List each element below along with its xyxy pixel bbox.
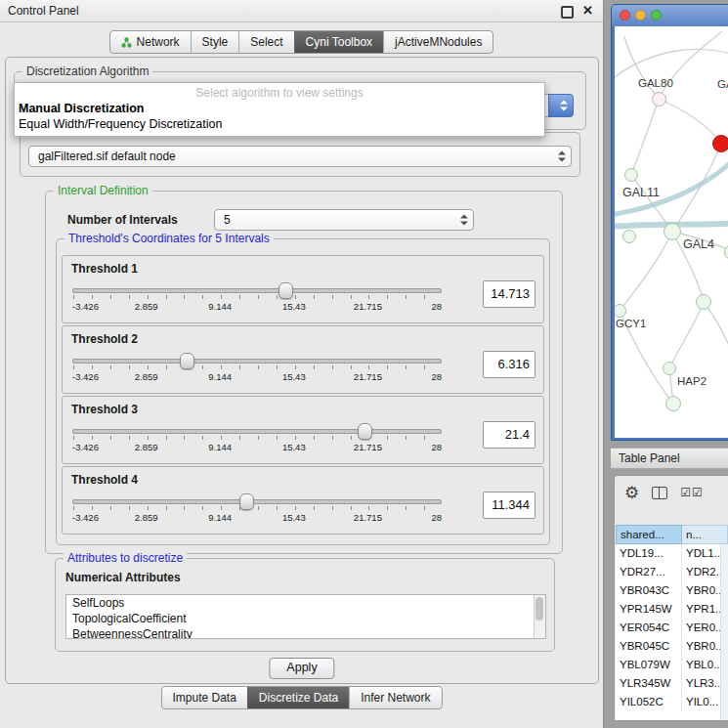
network-node[interactable]	[664, 223, 681, 240]
threshold-1-value-field[interactable]: 14.713	[483, 280, 535, 308]
dropdown-option-manual-discretization[interactable]: Manual Discretization	[15, 101, 544, 116]
table-data-group: Table Data galFiltered.sif default node	[20, 132, 580, 177]
table-cell[interactable]: YDL19...	[616, 544, 682, 563]
number-of-intervals-label: Number of Intervals	[67, 213, 178, 227]
table-cell[interactable]: YLR345W	[616, 674, 682, 693]
tab-network[interactable]: Network	[110, 31, 191, 53]
table-row[interactable]: YBL079WYBL0...	[616, 656, 728, 674]
node-label: GAL11	[622, 186, 660, 199]
number-of-intervals-combobox[interactable]: 5	[214, 209, 474, 231]
minimize-traffic-light[interactable]	[635, 10, 646, 21]
table-cell[interactable]: YBR043C	[616, 581, 682, 600]
threshold-panel-3: Threshold 3 21.4 -3.426 2.859 9.144 15.4…	[62, 396, 544, 464]
table-row[interactable]: YBR045CYBR0...	[616, 637, 728, 656]
network-canvas[interactable]: GAL80 GA GAL11 GAL4 GCY1 HAP2	[615, 26, 728, 438]
table-row[interactable]: YER054CYER0...	[616, 619, 728, 637]
network-node-selected[interactable]	[712, 135, 728, 152]
dropdown-option-equal-width[interactable]: Equal Width/Frequency Discretization	[15, 116, 544, 132]
combobox-stepper-blue[interactable]	[548, 94, 574, 117]
table-toolbar: ⚙ ☑☑	[615, 476, 728, 509]
tab-impute-data[interactable]: Impute Data	[161, 687, 246, 708]
table-cell[interactable]: YER054C	[616, 619, 682, 637]
list-item[interactable]: BetweennessCentrality	[66, 626, 545, 639]
table-cell[interactable]: YBL079W	[616, 656, 682, 674]
slider-track[interactable]	[72, 359, 442, 364]
slider-ticks	[73, 436, 442, 440]
scale-label: 28	[431, 301, 442, 312]
tab-select[interactable]: Select	[238, 31, 293, 53]
slider-track[interactable]	[72, 288, 442, 293]
threshold-1-slider[interactable]: -3.426 2.859 9.144 15.43 21.715 28	[72, 281, 442, 317]
slider-track[interactable]	[72, 429, 442, 434]
slider-scale: -3.426 2.859 9.144 15.43 21.715 28	[72, 442, 442, 453]
table-header-shared[interactable]: shared...	[616, 525, 682, 544]
network-window: GAL80 GA GAL11 GAL4 GCY1 HAP2	[611, 4, 728, 441]
threshold-4-value-field[interactable]: 11.344	[483, 492, 535, 519]
table-cell[interactable]: YBR045C	[616, 637, 682, 656]
table-cell[interactable]: YIL052C	[616, 693, 682, 711]
network-node[interactable]	[652, 92, 666, 107]
network-node[interactable]	[665, 396, 681, 411]
tab-select-label: Select	[250, 31, 282, 53]
checkbox-filter-icons[interactable]: ☑☑	[680, 486, 704, 499]
apply-button[interactable]: Apply	[269, 658, 334, 679]
network-window-titlebar[interactable]	[612, 5, 728, 26]
attributes-group: Attributes to discretize Numerical Attri…	[55, 558, 555, 652]
algorithm-dropdown-popup: Select algorithm to view settings Manual…	[14, 82, 545, 137]
tab-jactivemnodules[interactable]: jActiveMNodules	[383, 31, 492, 53]
zoom-traffic-light[interactable]	[651, 10, 662, 21]
scale-label: 9.144	[208, 512, 232, 523]
threshold-3-label: Threshold 3	[71, 403, 138, 416]
tab-discretize-data[interactable]: Discretize Data	[247, 687, 349, 708]
slider-thumb[interactable]	[239, 493, 254, 510]
top-tabbar: Network Style Select Cyni Toolbox jActiv…	[109, 30, 494, 54]
slider-thumb[interactable]	[180, 353, 194, 369]
table-row[interactable]: YIL052CYIL0...	[616, 693, 728, 711]
slider-thumb[interactable]	[358, 423, 372, 440]
network-node[interactable]	[696, 294, 711, 310]
table-cell[interactable]: YDR27...	[616, 563, 682, 581]
tab-cyni-toolbox[interactable]: Cyni Toolbox	[294, 31, 383, 53]
bottom-tabbar: Impute Data Discretize Data Infer Networ…	[160, 686, 442, 709]
scale-label: 15.43	[282, 371, 306, 382]
scrollbar-thumb[interactable]	[535, 597, 543, 621]
columns-icon[interactable]	[652, 487, 667, 499]
table-data-combobox[interactable]: galFiltered.sif default node	[28, 146, 572, 167]
tab-style[interactable]: Style	[191, 31, 239, 53]
table-row[interactable]: YPR145WYPR1...	[616, 600, 728, 619]
attributes-list[interactable]: SelfLoops TopologicalCoefficient Between…	[65, 594, 546, 639]
thresholds-group: Threshold's Coordinates for 5 Intervals …	[56, 238, 550, 545]
threshold-2-value-field[interactable]: 6.316	[483, 351, 535, 378]
slider-thumb[interactable]	[278, 282, 293, 299]
table-row[interactable]: YLR345WYLR3...	[616, 674, 728, 693]
table-row[interactable]: YDL19...YDL1...	[616, 544, 728, 563]
tab-infer-network[interactable]: Infer Network	[349, 687, 441, 708]
attributes-group-title: Attributes to discretize	[64, 551, 187, 565]
table-row[interactable]: YBR043CYBR0...	[616, 581, 728, 600]
threshold-panel-2: Threshold 2 6.316 -3.426 2.859 9.144 15.…	[62, 325, 544, 394]
dropdown-placeholder-option[interactable]: Select algorithm to view settings	[15, 86, 544, 101]
list-item[interactable]: SelfLoops	[66, 595, 545, 611]
table-cell[interactable]: YPR145W	[616, 600, 682, 619]
network-node[interactable]	[663, 362, 676, 375]
list-item[interactable]: TopologicalCoefficient	[66, 611, 545, 626]
list-scrollbar[interactable]	[534, 595, 545, 638]
threshold-4-slider[interactable]: -3.426 2.859 9.144 15.43 21.715 28	[72, 492, 442, 528]
tab-network-label: Network	[137, 31, 180, 53]
threshold-2-slider[interactable]: -3.426 2.859 9.144 15.43 21.715 28	[72, 352, 442, 387]
table-scrollbar[interactable]	[720, 544, 728, 720]
threshold-3-value-field[interactable]: 21.4	[483, 421, 535, 449]
threshold-3-slider[interactable]: -3.426 2.859 9.144 15.43 21.715 28	[72, 422, 442, 457]
slider-track[interactable]	[72, 499, 442, 504]
scale-label: -3.426	[72, 442, 99, 452]
network-node[interactable]	[622, 230, 636, 243]
node-label: GAL80	[638, 77, 673, 89]
network-node[interactable]	[624, 168, 638, 182]
threshold-2-label: Threshold 2	[71, 332, 138, 346]
float-window-icon[interactable]	[561, 6, 574, 19]
table-header-n[interactable]: n...	[682, 525, 728, 544]
close-icon[interactable]: ✕	[582, 3, 593, 18]
table-row[interactable]: YDR27...YDR2...	[616, 563, 728, 581]
close-traffic-light[interactable]	[620, 10, 630, 21]
gear-icon[interactable]: ⚙	[624, 485, 639, 501]
